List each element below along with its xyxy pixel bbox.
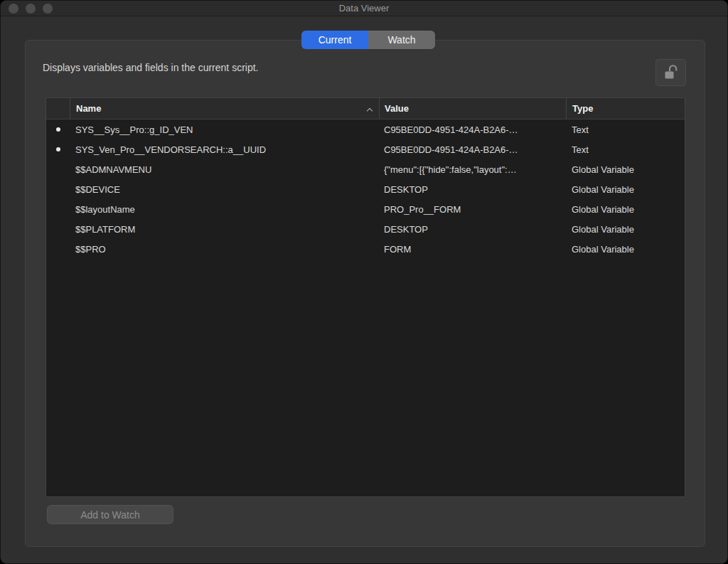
table-row[interactable]: $$PRO FORM Global Variable <box>46 239 685 259</box>
column-header-value[interactable]: Value <box>379 98 566 119</box>
bullet-icon <box>56 147 60 151</box>
row-name: SYS__Sys__Pro::g_ID_VEN <box>70 124 379 135</box>
column-header-bullet <box>46 98 70 119</box>
titlebar: Data Viewer <box>1 1 727 16</box>
row-value: FORM <box>379 244 566 255</box>
unlock-icon <box>663 63 680 82</box>
row-bullet-cell <box>46 127 70 132</box>
table-row[interactable]: $$layoutName PRO_Pro__FORM Global Variab… <box>46 199 685 219</box>
row-name: $$PLATFORM <box>70 224 379 235</box>
table-row[interactable]: SYS__Sys__Pro::g_ID_VEN C95BE0DD-4951-42… <box>46 119 685 139</box>
row-type: Global Variable <box>566 204 685 215</box>
column-label: Value <box>385 103 409 114</box>
row-value: DESKTOP <box>379 224 566 235</box>
row-value: C95BE0DD-4951-424A-B2A6-… <box>379 144 566 155</box>
row-name: $$layoutName <box>70 204 379 215</box>
variables-table: Name Value Type SYS__Sys__Pro::g_ID_VEN … <box>46 97 685 497</box>
row-type: Global Variable <box>566 184 685 195</box>
row-type: Text <box>566 124 685 135</box>
sort-asc-icon <box>368 107 373 112</box>
bullet-icon <box>56 127 60 132</box>
row-type: Global Variable <box>566 164 685 175</box>
table-row[interactable]: SYS_Ven_Pro__VENDORSEARCH::a__UUID C95BE… <box>46 139 685 159</box>
tab-watch[interactable]: Watch <box>368 31 435 49</box>
table-body: SYS__Sys__Pro::g_ID_VEN C95BE0DD-4951-42… <box>46 119 685 259</box>
row-value: {"menu":[{"hide":false,"layout":… <box>379 164 566 175</box>
column-header-name[interactable]: Name <box>70 98 379 119</box>
row-value: C95BE0DD-4951-424A-B2A6-… <box>379 124 566 135</box>
row-type: Global Variable <box>566 224 685 235</box>
add-to-watch-button[interactable]: Add to Watch <box>47 505 173 524</box>
description-text: Displays variables and fields in the cur… <box>43 62 258 73</box>
column-label: Name <box>76 103 101 114</box>
table-row[interactable]: $$DEVICE DESKTOP Global Variable <box>46 179 685 199</box>
row-type: Text <box>566 144 685 155</box>
data-viewer-window: Data Viewer Current Watch Displays varia… <box>0 0 728 564</box>
row-name: $$PRO <box>70 244 379 255</box>
lock-button[interactable] <box>655 59 686 86</box>
column-header-type[interactable]: Type <box>566 98 685 119</box>
table-row[interactable]: $$ADMNAVMENU {"menu":[{"hide":false,"lay… <box>46 159 685 179</box>
row-name: $$DEVICE <box>70 184 379 195</box>
row-value: DESKTOP <box>379 184 566 195</box>
row-name: $$ADMNAVMENU <box>70 164 379 175</box>
row-type: Global Variable <box>566 244 685 255</box>
tab-bar: Current Watch <box>301 31 435 49</box>
tab-current[interactable]: Current <box>301 31 368 49</box>
content-box: Displays variables and fields in the cur… <box>25 40 705 547</box>
window-title: Data Viewer <box>1 1 727 16</box>
row-value: PRO_Pro__FORM <box>379 204 566 215</box>
row-bullet-cell <box>46 147 70 151</box>
table-header: Name Value Type <box>46 98 685 119</box>
table-row[interactable]: $$PLATFORM DESKTOP Global Variable <box>46 219 685 239</box>
row-name: SYS_Ven_Pro__VENDORSEARCH::a__UUID <box>70 144 379 155</box>
column-label: Type <box>572 103 593 114</box>
